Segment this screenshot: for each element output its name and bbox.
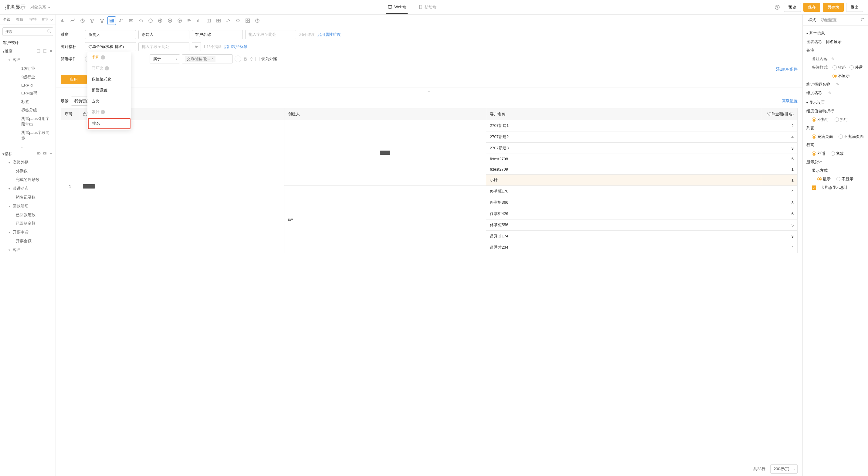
chart-type-area-icon[interactable] [205, 17, 213, 25]
radio-comfort[interactable] [812, 151, 816, 156]
chart-type-progress-icon[interactable] [146, 17, 155, 25]
filter-value-select[interactable]: 交通/运输/物...× [182, 54, 233, 63]
chart-type-stacked-icon[interactable] [195, 17, 203, 25]
add-or-condition-link[interactable]: 添加OR条件 [776, 66, 798, 72]
chart-type-number-icon[interactable] [127, 17, 135, 25]
chart-type-funnel2-icon[interactable] [98, 17, 106, 25]
help-icon[interactable] [773, 3, 781, 11]
right-tab-func[interactable]: 功能配置 [818, 14, 839, 26]
lock-icon[interactable] [243, 56, 247, 62]
plus-icon[interactable] [49, 151, 53, 157]
popover-item-rank[interactable]: 排名 [88, 118, 130, 129]
field-item[interactable]: 开票金额 [5, 237, 56, 245]
tab-mobile[interactable]: 移动端 [417, 1, 438, 14]
field-item[interactable]: 测试paas引用字段带出 [11, 114, 56, 128]
chart-type-funnel-icon[interactable] [88, 17, 96, 25]
chart-type-radar-icon[interactable] [234, 17, 242, 25]
field-item[interactable]: ERP编码 [11, 89, 56, 97]
chart-type-pie-icon[interactable] [78, 17, 87, 25]
metric-dropzone[interactable]: 拖入字段至此处 [138, 42, 189, 51]
popover-item-compare[interactable]: 同环比i [87, 63, 131, 74]
radio-hide-total[interactable] [836, 177, 840, 181]
tree-node[interactable]: ▾开票申请 [5, 228, 56, 237]
gear-icon[interactable] [49, 49, 53, 54]
field-item[interactable]: 1级行业 [11, 64, 56, 73]
edit-icon[interactable]: ✎ [836, 82, 839, 87]
remove-tag-icon[interactable]: × [212, 57, 214, 61]
popover-item-warn[interactable]: 预警设置 [87, 85, 131, 96]
field-item[interactable]: 测试paas字段同步 [11, 128, 56, 142]
card-total-checkbox[interactable]: ✓ [812, 185, 816, 190]
chart-type-map-icon[interactable] [156, 17, 164, 25]
edit-icon[interactable]: ✎ [828, 91, 831, 95]
field-search-input[interactable] [2, 27, 53, 36]
chart-type-gauge-icon[interactable] [136, 17, 145, 25]
apply-button[interactable]: 应用 [61, 75, 87, 84]
chart-type-scatter-icon[interactable] [224, 17, 232, 25]
dimension-chip[interactable]: 客户名称 [192, 30, 243, 39]
chart-type-help-icon[interactable] [253, 17, 261, 25]
popover-item-sum[interactable]: 求和i [87, 52, 131, 63]
radio-no-wrap[interactable] [812, 117, 816, 122]
tab-web[interactable]: Web端 [386, 1, 408, 14]
tree-node[interactable]: ▾客户 [5, 245, 56, 255]
field-item[interactable]: 销售记录数 [5, 193, 56, 202]
indent-left-icon[interactable] [37, 151, 41, 157]
radio-fill[interactable] [812, 135, 816, 139]
popover-item-cumulative[interactable]: 累计i [87, 107, 131, 117]
field-tab-number[interactable]: 数值 [13, 14, 27, 25]
enable-attr-dimension-link[interactable]: 启用属性维度 [317, 32, 341, 37]
field-item[interactable]: ERPId [11, 81, 56, 89]
indent-right-icon[interactable] [43, 151, 47, 157]
chart-type-hbar-icon[interactable] [185, 17, 194, 25]
chart-type-pivot-icon[interactable] [214, 17, 223, 25]
radio-hide[interactable] [833, 74, 837, 78]
field-item[interactable]: 已回款金额 [5, 219, 56, 228]
chart-type-map2-icon[interactable] [166, 17, 174, 25]
popover-item-ratio[interactable]: 占比 [87, 96, 131, 107]
enable-secondary-axis-link[interactable]: 启用次坐标轴 [224, 44, 248, 50]
chart-type-combo-icon[interactable] [117, 17, 126, 25]
radio-no-fill[interactable] [839, 135, 843, 139]
indent-right-icon[interactable] [43, 49, 47, 54]
page-size-select[interactable]: 200行/页▾ [770, 465, 798, 474]
field-item[interactable]: 已回款笔数 [5, 211, 56, 219]
right-tab-style[interactable]: 样式 [806, 14, 818, 26]
dimension-chip[interactable]: 负责人 [85, 30, 136, 39]
expose-checkbox[interactable] [255, 57, 259, 61]
field-tab-char[interactable]: 字符 [26, 14, 40, 25]
tree-node-customer[interactable]: ▾客户 [5, 55, 56, 64]
collapse-toggle[interactable]: ︽ [56, 87, 802, 94]
dimension-chip[interactable]: 创建人 [138, 30, 189, 39]
field-tab-time[interactable]: 时间 [40, 14, 56, 25]
radio-collapse[interactable] [833, 65, 837, 69]
filter-op-select[interactable]: 属于▾ [150, 54, 180, 63]
field-item[interactable]: 标签 [11, 97, 56, 106]
chart-type-table-icon[interactable] [107, 17, 116, 25]
save-as-button[interactable]: 另存为 [823, 3, 844, 12]
delete-icon[interactable] [249, 56, 253, 62]
chart-type-bar-icon[interactable] [59, 17, 67, 25]
add-condition-button[interactable]: + [235, 56, 241, 62]
radio-compact[interactable] [831, 151, 835, 156]
field-item[interactable]: 外勤数 [5, 167, 56, 175]
tree-node[interactable]: ▾跟进动态 [5, 184, 56, 193]
advanced-config-link[interactable]: 高级配置 [782, 98, 798, 104]
field-item[interactable]: 2级行业 [11, 73, 56, 81]
fx-button[interactable]: fx [192, 42, 201, 51]
popover-item-numformat[interactable]: 数值格式化 [87, 74, 131, 85]
object-relation-link[interactable]: 对象关系 [30, 5, 51, 10]
chart-type-line-icon[interactable] [69, 17, 77, 25]
field-item[interactable]: 完成的外勤数 [5, 175, 56, 184]
field-tab-all[interactable]: 全部 [0, 14, 13, 25]
chart-type-map3-icon[interactable] [176, 17, 184, 25]
chart-type-grid-icon[interactable] [243, 17, 252, 25]
radio-wrap[interactable] [835, 117, 839, 122]
preview-button[interactable]: 预览 [784, 3, 801, 12]
field-item[interactable]: 标签分组 [11, 106, 56, 114]
indent-left-icon[interactable] [37, 49, 41, 54]
exit-button[interactable]: 退出 [846, 3, 863, 12]
tree-node[interactable]: ▾高级外勤 [5, 158, 56, 167]
expand-icon[interactable] [861, 18, 865, 23]
edit-icon[interactable]: ✎ [831, 57, 834, 61]
